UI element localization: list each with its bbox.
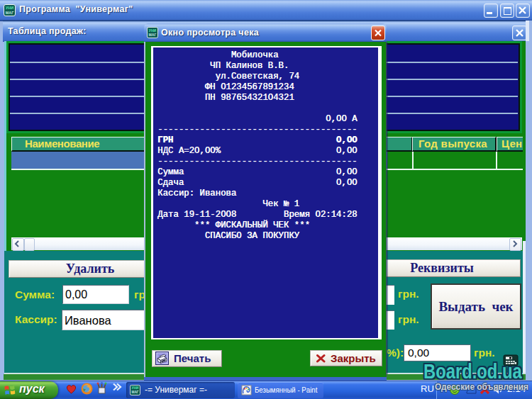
svg-text:УНИ: УНИ [6, 6, 13, 10]
svg-text:МАГ: МАГ [6, 11, 13, 15]
svg-text:УНИ: УНИ [149, 28, 157, 33]
svg-text:МАГ: МАГ [149, 33, 157, 37]
svg-text:УНИ: УНИ [132, 386, 139, 390]
svg-text:МАГ: МАГ [131, 390, 138, 394]
